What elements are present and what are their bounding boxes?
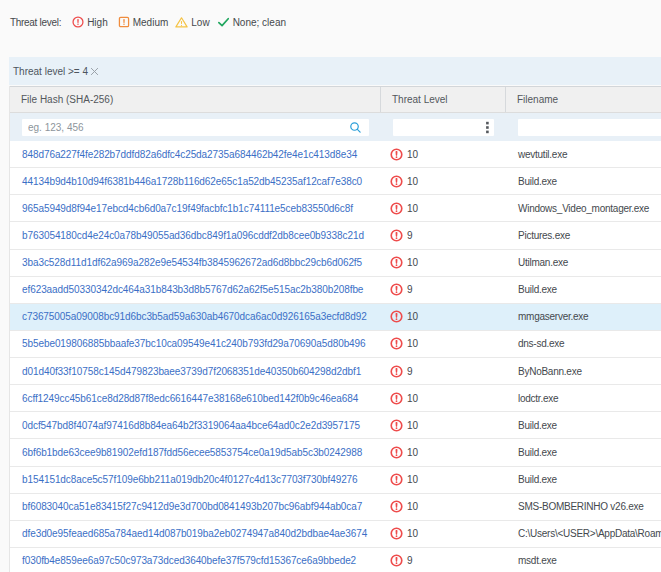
threat-level-value: 10 bbox=[407, 311, 418, 322]
threat-level-value: 10 bbox=[407, 447, 418, 458]
filename-cell: Windows_Video_montager.exe bbox=[506, 195, 661, 221]
threat-level-cell: 9 bbox=[381, 358, 506, 384]
file-hash-link[interactable]: 44134b9d4b10d94f6381b446a1728b116d62e65c… bbox=[22, 176, 362, 187]
filename-value: Windows_Video_montager.exe bbox=[518, 203, 649, 214]
active-filters-bar: Threat level >= 4 bbox=[9, 57, 661, 85]
column-header-file-hash[interactable]: File Hash (SHA-256) bbox=[10, 87, 381, 112]
threat-level-cell: 10 bbox=[381, 494, 506, 520]
table-row[interactable]: dfe3d0e95feaed685a784aed14d087b019ba2eb0… bbox=[10, 521, 661, 548]
threat-level-filter-cell bbox=[381, 113, 506, 141]
table-row[interactable]: 6bf6b1bde63cee9b81902efd187fdd56ecee5853… bbox=[10, 439, 661, 466]
none-clean-icon bbox=[217, 16, 230, 28]
legend-item-label: High bbox=[87, 17, 108, 28]
filename-cell: Build.exe bbox=[506, 412, 661, 438]
high-threat-icon bbox=[390, 310, 403, 323]
file-hash-link[interactable]: 6cff1249cc45b61ce8d28d87f8edc6616447e381… bbox=[22, 393, 358, 404]
file-hash-link[interactable]: 5b5ebe019806885bbaafe37bc10ca09549e41c24… bbox=[22, 338, 366, 349]
legend-item-low: Low bbox=[175, 16, 209, 28]
table-row[interactable]: d01d40f33f10758c145d479823baee3739d7f206… bbox=[10, 358, 661, 385]
table-row[interactable]: 44134b9d4b10d94f6381b446a1728b116d62e65c… bbox=[10, 168, 661, 195]
filename-cell: ByNoBann.exe bbox=[506, 358, 661, 384]
threat-level-value: 10 bbox=[407, 501, 418, 512]
file-hash-link[interactable]: f030fb4e859ee6a97c50c973a73dced3640befe3… bbox=[22, 555, 356, 566]
filename-value: Build.exe bbox=[518, 284, 557, 295]
filename-value: lodctr.exe bbox=[518, 393, 558, 404]
legend-item-label: None; clean bbox=[233, 17, 286, 28]
filename-cell: msdt.exe bbox=[506, 548, 661, 572]
remove-filter-icon[interactable] bbox=[90, 67, 99, 76]
high-threat-icon bbox=[390, 446, 403, 459]
file-hash-link[interactable]: d01d40f33f10758c145d479823baee3739d7f206… bbox=[22, 366, 361, 377]
filename-cell: dns-sd.exe bbox=[506, 331, 661, 357]
file-hash-cell: bf6083040ca51e83415f27c9412d9e3d700bd084… bbox=[10, 494, 381, 520]
file-hash-table: File Hash (SHA-256) Threat Level Filenam… bbox=[9, 86, 661, 572]
table-row[interactable]: bf6083040ca51e83415f27c9412d9e3d700bd084… bbox=[10, 494, 661, 521]
filename-cell: Pictures.exe bbox=[506, 222, 661, 248]
table-row[interactable]: 848d76a227f4fe282b7ddfd82a6dfc4c25da2735… bbox=[10, 141, 661, 168]
high-threat-icon bbox=[390, 175, 403, 188]
file-hash-link[interactable]: 3ba3c528d11d1df62a969a282e9e54534fb38459… bbox=[22, 257, 362, 268]
threat-level-filter-input[interactable] bbox=[393, 119, 494, 136]
file-hash-cell: 965a5949d8f94e17ebcd4cb6d0a7c19f49facbfc… bbox=[10, 195, 381, 221]
filename-cell: C:\Users\<USER>\AppData\Roam bbox=[506, 521, 661, 547]
table-row[interactable]: 5b5ebe019806885bbaafe37bc10ca09549e41c24… bbox=[10, 331, 661, 358]
threat-level-cell: 10 bbox=[381, 331, 506, 357]
file-hash-link[interactable]: 965a5949d8f94e17ebcd4cb6d0a7c19f49facbfc… bbox=[22, 203, 353, 214]
low-threat-icon bbox=[175, 16, 188, 28]
file-hash-link[interactable]: dfe3d0e95feaed685a784aed14d087b019ba2eb0… bbox=[22, 528, 367, 539]
table-row[interactable]: ef623aadd50330342dc464a31b843b3d8b5767d6… bbox=[10, 277, 661, 304]
filename-value: C:\Users\<USER>\AppData\Roam bbox=[518, 528, 661, 539]
file-hash-cell: 6cff1249cc45b61ce8d28d87f8edc6616447e381… bbox=[10, 385, 381, 411]
table-row[interactable]: 965a5949d8f94e17ebcd4cb6d0a7c19f49facbfc… bbox=[10, 195, 661, 222]
file-hash-cell: 0dcf547bd8f4074af97416d8b84ea64b2f331906… bbox=[10, 412, 381, 438]
high-threat-icon bbox=[390, 337, 403, 350]
high-threat-icon bbox=[390, 527, 403, 540]
threat-level-value: 10 bbox=[407, 474, 418, 485]
threat-level-value: 10 bbox=[407, 393, 418, 404]
file-hash-cell: b154151dc8ace5c57f109e6bb211a019db20c4f0… bbox=[10, 467, 381, 493]
file-hash-cell: d01d40f33f10758c145d479823baee3739d7f206… bbox=[10, 358, 381, 384]
filename-cell: Build.exe bbox=[506, 439, 661, 465]
filter-chip: Threat level >= 4 bbox=[13, 66, 99, 77]
file-hash-link[interactable]: 848d76a227f4fe282b7ddfd82a6dfc4c25da2735… bbox=[22, 149, 357, 160]
file-hash-link[interactable]: ef623aadd50330342dc464a31b843b3d8b5767d6… bbox=[22, 284, 363, 295]
table-row[interactable]: b154151dc8ace5c57f109e6bb211a019db20c4f0… bbox=[10, 467, 661, 494]
column-header-threat-level[interactable]: Threat Level bbox=[381, 87, 506, 112]
filename-value: ByNoBann.exe bbox=[518, 366, 582, 377]
filename-filter-input[interactable] bbox=[518, 119, 661, 136]
filename-value: dns-sd.exe bbox=[518, 338, 564, 349]
table-filter-row bbox=[10, 113, 661, 141]
filename-cell: mmgaserver.exe bbox=[506, 304, 661, 330]
column-header-filename[interactable]: Filename bbox=[506, 87, 661, 112]
table-row[interactable]: 3ba3c528d11d1df62a969a282e9e54534fb38459… bbox=[10, 250, 661, 277]
file-hash-link[interactable]: c73675005a09008bc91d6bc3b5ad59a630ab4670… bbox=[22, 311, 367, 322]
hash-filter-input[interactable] bbox=[22, 119, 369, 136]
file-hash-link[interactable]: 6bf6b1bde63cee9b81902efd187fdd56ecee5853… bbox=[22, 447, 362, 458]
table-row[interactable]: f030fb4e859ee6a97c50c973a73dced3640befe3… bbox=[10, 548, 661, 572]
table-row[interactable]: 6cff1249cc45b61ce8d28d87f8edc6616447e381… bbox=[10, 385, 661, 412]
high-threat-icon bbox=[390, 256, 403, 269]
file-hash-link[interactable]: b154151dc8ace5c57f109e6bb211a019db20c4f0… bbox=[22, 474, 358, 485]
file-hash-link[interactable]: bf6083040ca51e83415f27c9412d9e3d700bd084… bbox=[22, 501, 362, 512]
high-threat-icon bbox=[390, 283, 403, 296]
high-threat-icon bbox=[390, 365, 403, 378]
threat-level-cell: 10 bbox=[381, 304, 506, 330]
filename-cell: lodctr.exe bbox=[506, 385, 661, 411]
file-hash-link[interactable]: b763054180cd4e24c0a78b49055ad36dbc849f1a… bbox=[22, 230, 364, 241]
high-threat-icon bbox=[390, 419, 403, 432]
legend-item-label: Medium bbox=[133, 17, 169, 28]
filename-value: Build.exe bbox=[518, 176, 557, 187]
filename-cell: Build.exe bbox=[506, 467, 661, 493]
file-hash-cell: 5b5ebe019806885bbaafe37bc10ca09549e41c24… bbox=[10, 331, 381, 357]
threat-level-value: 9 bbox=[407, 366, 413, 377]
filename-value: Pictures.exe bbox=[518, 230, 570, 241]
threat-level-cell: 10 bbox=[381, 250, 506, 276]
file-hash-cell: 848d76a227f4fe282b7ddfd82a6dfc4c25da2735… bbox=[10, 141, 381, 167]
file-hash-cell: 44134b9d4b10d94f6381b446a1728b116d62e65c… bbox=[10, 168, 381, 194]
table-row[interactable]: b763054180cd4e24c0a78b49055ad36dbc849f1a… bbox=[10, 222, 661, 249]
table-row[interactable]: c73675005a09008bc91d6bc3b5ad59a630ab4670… bbox=[10, 304, 661, 331]
table-row[interactable]: 0dcf547bd8f4074af97416d8b84ea64b2f331906… bbox=[10, 412, 661, 439]
filename-cell: SMS-BOMBERINHO v26.exe bbox=[506, 494, 661, 520]
file-hash-link[interactable]: 0dcf547bd8f4074af97416d8b84ea64b2f331906… bbox=[22, 420, 360, 431]
threat-level-cell: 10 bbox=[381, 439, 506, 465]
